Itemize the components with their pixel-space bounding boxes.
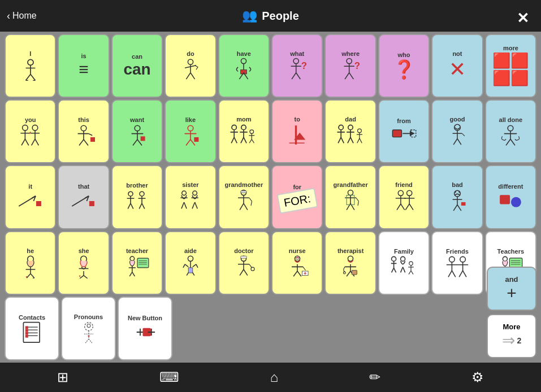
cell-is[interactable]: is ≡ <box>58 34 109 98</box>
want-icon <box>123 124 152 146</box>
svg-line-81 <box>341 138 344 143</box>
svg-line-68 <box>244 138 246 143</box>
svg-rect-201 <box>241 256 247 258</box>
cell-sister[interactable]: sister <box>165 165 216 229</box>
svg-rect-46 <box>90 137 95 142</box>
svg-line-86 <box>350 138 353 143</box>
cell-who[interactable]: who ❓ <box>378 34 430 98</box>
cell-dad[interactable]: dad <box>324 99 376 163</box>
cell-you[interactable]: you <box>5 99 56 163</box>
row5-spacer6 <box>434 297 484 360</box>
cell-all-done[interactable]: all done <box>485 99 536 163</box>
where-icon: ? <box>336 58 365 81</box>
svg-point-225 <box>344 272 346 274</box>
cell-where[interactable]: where ? <box>324 34 376 98</box>
sister-icon <box>174 189 207 213</box>
svg-line-43 <box>79 140 84 145</box>
svg-line-11 <box>191 73 195 79</box>
cell-it[interactable]: it <box>5 165 56 229</box>
cell-nurse[interactable]: nurse <box>271 231 323 295</box>
cell-more[interactable]: more 🟥🟥🟥🟥 <box>485 34 536 98</box>
grid-row-4: he she <box>5 231 536 295</box>
svg-rect-112 <box>89 201 94 206</box>
svg-line-138 <box>244 203 248 210</box>
cell-can[interactable]: can can <box>111 34 163 98</box>
cell-New-Button[interactable]: New Button <box>118 297 172 360</box>
svg-line-99 <box>453 139 457 145</box>
bottom-nav-bar: ⊞ ⌨ ⌂ ✏ ⚙ <box>0 363 541 392</box>
svg-line-230 <box>391 268 393 272</box>
svg-point-69 <box>250 130 254 134</box>
cell-bad[interactable]: bad <box>431 165 483 229</box>
svg-point-220 <box>348 256 353 261</box>
cell-from[interactable]: from <box>378 99 430 163</box>
cell-what[interactable]: what ? <box>271 34 323 98</box>
cell-do[interactable]: do <box>165 34 216 98</box>
cell-not[interactable]: not ✕ <box>431 34 483 98</box>
settings-nav-icon[interactable]: ⚙ <box>471 369 484 385</box>
cell-Family[interactable]: Family <box>378 231 430 295</box>
svg-line-244 <box>452 271 455 277</box>
keyboard-nav-icon[interactable]: ⌨ <box>159 369 179 385</box>
svg-line-124 <box>142 203 145 209</box>
grid-nav-icon[interactable]: ⊞ <box>57 369 68 385</box>
svg-point-269 <box>87 324 90 328</box>
cell-good[interactable]: good <box>431 99 483 163</box>
svg-point-12 <box>241 59 246 64</box>
svg-point-268 <box>84 323 93 331</box>
home-nav-icon[interactable]: ⌂ <box>270 369 279 385</box>
svg-line-205 <box>244 269 248 276</box>
svg-line-273 <box>89 339 92 343</box>
cell-brother[interactable]: brother <box>111 165 163 229</box>
svg-line-62 <box>231 138 234 143</box>
cell-want[interactable]: want <box>111 99 163 163</box>
svg-point-240 <box>449 256 455 262</box>
cell-mom[interactable]: mom <box>218 99 270 163</box>
cell-Pronouns[interactable]: Pronouns <box>61 297 116 360</box>
svg-line-37 <box>31 140 34 146</box>
svg-line-180 <box>84 275 88 278</box>
I-icon <box>16 58 45 81</box>
svg-rect-52 <box>140 137 145 141</box>
svg-line-21 <box>296 73 300 79</box>
cell-have[interactable]: have <box>218 34 270 98</box>
and-button[interactable]: and + <box>487 267 536 311</box>
svg-line-148 <box>358 201 359 206</box>
cell-grandfather[interactable]: grandfather <box>324 165 376 229</box>
svg-line-105 <box>506 140 510 146</box>
cell-therapist[interactable]: therapist <box>324 231 376 295</box>
cell-like[interactable]: like <box>165 99 216 163</box>
cell-Friends[interactable]: Friends <box>431 231 483 295</box>
cell-Contacts[interactable]: Contacts <box>5 297 59 360</box>
svg-line-152 <box>397 204 401 210</box>
svg-line-27 <box>349 73 354 79</box>
cell-grandmother[interactable]: grandmother <box>218 165 270 229</box>
cell-for[interactable]: for FOR: <box>271 165 323 229</box>
cell-teacher[interactable]: teacher <box>111 231 163 295</box>
cell-that[interactable]: that <box>58 165 109 229</box>
like-icon <box>176 124 205 146</box>
cell-aide[interactable]: aide <box>165 231 216 295</box>
cell-different[interactable]: different <box>485 165 536 229</box>
svg-point-129 <box>193 191 197 195</box>
you-icon <box>15 124 46 146</box>
svg-point-141 <box>348 190 353 195</box>
svg-line-158 <box>409 204 413 210</box>
svg-line-147 <box>356 198 359 201</box>
cell-doctor[interactable]: doctor <box>218 231 270 295</box>
cell-friend[interactable]: friend <box>378 165 430 229</box>
pencil-nav-icon[interactable]: ✏ <box>369 369 380 385</box>
svg-line-80 <box>338 138 341 143</box>
svg-point-7 <box>188 59 193 64</box>
cell-she[interactable]: she <box>58 231 109 295</box>
more-button[interactable]: More ⇒ 2 <box>487 314 536 358</box>
cell-he[interactable]: he <box>5 231 56 295</box>
cell-this[interactable]: this <box>58 99 109 163</box>
for-icon: FOR: <box>276 188 318 214</box>
svg-line-123 <box>139 203 142 209</box>
svg-marker-181 <box>79 275 81 277</box>
home-button[interactable]: ‹ Home <box>7 10 37 22</box>
cell-to[interactable]: to <box>271 99 323 163</box>
cell-I[interactable]: I <box>5 34 56 98</box>
close-button[interactable]: ✕ <box>509 5 536 32</box>
